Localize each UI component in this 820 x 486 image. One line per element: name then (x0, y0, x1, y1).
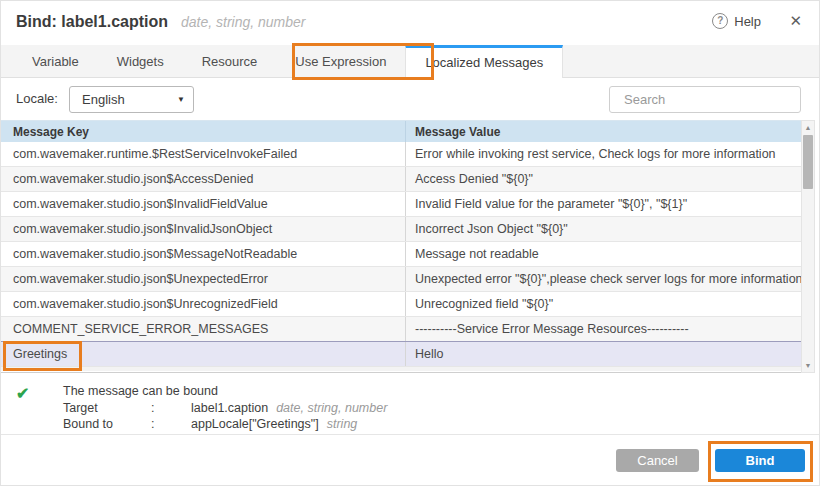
scrollbar-thumb[interactable] (803, 135, 813, 189)
scrollbar-down-icon[interactable]: ▼ (802, 362, 814, 369)
table-row[interactable]: com.wavemaker.studio.json$InvalidFieldVa… (1, 192, 803, 217)
message-value-cell[interactable]: Incorrect Json Object "${0}" (406, 217, 803, 241)
target-types: date, string, number (276, 400, 387, 417)
table-scrollbar[interactable]: ▲ ▼ (801, 120, 815, 373)
table-row[interactable]: com.wavemaker.studio.json$InvalidJsonObj… (1, 217, 803, 242)
table-row[interactable]: com.wavemaker.studio.json$AccessDeniedAc… (1, 167, 803, 192)
message-key-cell[interactable]: com.wavemaker.studio.json$MessageNotRead… (1, 242, 406, 266)
column-header-message-key[interactable]: Message Key (1, 121, 406, 142)
bind-button[interactable]: Bind (715, 449, 805, 472)
message-value-cell[interactable]: Invalid Field value for the parameter "$… (406, 192, 803, 216)
tab-bar: Variable Widgets Resource Use Expression… (1, 45, 819, 78)
bound-to-line: Bound to : appLocale["Greetings"] string (63, 416, 387, 433)
locale-label: Locale: (16, 91, 58, 106)
message-key-cell[interactable]: Greetings (1, 342, 406, 366)
tab-resource[interactable]: Resource (183, 45, 277, 78)
dialog-subtitle: date, string, number (181, 14, 306, 30)
message-key-cell[interactable]: com.wavemaker.studio.json$AccessDenied (1, 167, 406, 191)
table-row[interactable]: com.wavemaker.studio.json$UnrecognizedFi… (1, 292, 803, 317)
target-line: Target : label1.caption date, string, nu… (63, 400, 387, 417)
bound-to-type: string (327, 416, 358, 433)
table-header: Message Key Message Value (1, 120, 803, 142)
help-label[interactable]: Help (734, 14, 761, 29)
message-value-cell[interactable]: Error while invoking rest service, Check… (406, 142, 803, 166)
title-bar: Bind: label1.caption date, string, numbe… (1, 1, 819, 45)
search-box[interactable] (609, 86, 801, 113)
message-value-cell[interactable]: Unrecognized field "${0}" (406, 292, 803, 316)
search-input[interactable] (624, 92, 800, 107)
message-key-cell[interactable]: com.wavemaker.studio.json$UnrecognizedFi… (1, 292, 406, 316)
table-row[interactable]: com.wavemaker.runtime.$RestServiceInvoke… (1, 142, 803, 167)
message-value-cell[interactable]: Message not readable (406, 242, 803, 266)
table-row[interactable]: com.wavemaker.studio.json$UnexpectedErro… (1, 267, 803, 292)
help-icon[interactable]: ? (712, 13, 728, 29)
status-text: The message can be bound (63, 383, 218, 400)
message-key-cell[interactable]: com.wavemaker.runtime.$RestServiceInvoke… (1, 142, 406, 166)
tab-widgets[interactable]: Widgets (98, 45, 183, 78)
table-row[interactable]: GreetingsHello (1, 341, 803, 367)
locale-selected-value: English (82, 92, 177, 107)
column-header-message-value[interactable]: Message Value (406, 121, 803, 142)
partial-row (1, 367, 803, 371)
status-message: The message can be bound (63, 383, 387, 400)
message-key-cell[interactable]: COMMENT_SERVICE_ERROR_MESSAGES (1, 317, 406, 341)
dialog-title: Bind: label1.caption (16, 13, 168, 31)
tab-variable[interactable]: Variable (13, 45, 98, 78)
locale-select[interactable]: English ▼ (69, 86, 194, 113)
message-value-cell[interactable]: ----------Service Error Message Resource… (406, 317, 803, 341)
message-value-cell[interactable]: Hello (406, 342, 803, 366)
tab-localized-messages[interactable]: Localized Messages (405, 45, 563, 79)
bound-to-value: appLocale["Greetings"] (191, 416, 319, 433)
chevron-down-icon: ▼ (177, 95, 185, 104)
check-icon: ✔ (16, 384, 29, 403)
toolbar: Locale: English ▼ (1, 78, 819, 120)
message-key-cell[interactable]: com.wavemaker.studio.json$UnexpectedErro… (1, 267, 406, 291)
table-row[interactable]: com.wavemaker.studio.json$MessageNotRead… (1, 242, 803, 267)
bind-dialog: Bind: label1.caption date, string, numbe… (0, 0, 820, 486)
binding-status-panel: ✔ The message can be bound Target : labe… (1, 382, 819, 434)
bound-to-label: Bound to (63, 416, 151, 433)
target-value: label1.caption (191, 400, 268, 417)
message-key-cell[interactable]: com.wavemaker.studio.json$InvalidFieldVa… (1, 192, 406, 216)
tab-use-expression[interactable]: Use Expression (276, 45, 405, 78)
cancel-button[interactable]: Cancel (616, 449, 699, 472)
messages-table: Message Key Message Value com.wavemaker.… (1, 120, 803, 373)
scrollbar-up-icon[interactable]: ▲ (802, 124, 814, 131)
help-button[interactable]: ? Help (712, 13, 761, 29)
footer-divider (1, 434, 819, 435)
target-label: Target (63, 400, 151, 417)
close-icon[interactable]: ✕ (789, 12, 802, 30)
message-value-cell[interactable]: Unexpected error "${0}",please check ser… (406, 267, 803, 291)
table-body: com.wavemaker.runtime.$RestServiceInvoke… (1, 142, 803, 367)
message-key-cell[interactable]: com.wavemaker.studio.json$InvalidJsonObj… (1, 217, 406, 241)
table-row[interactable]: COMMENT_SERVICE_ERROR_MESSAGES----------… (1, 317, 803, 342)
message-value-cell[interactable]: Access Denied "${0}" (406, 167, 803, 191)
